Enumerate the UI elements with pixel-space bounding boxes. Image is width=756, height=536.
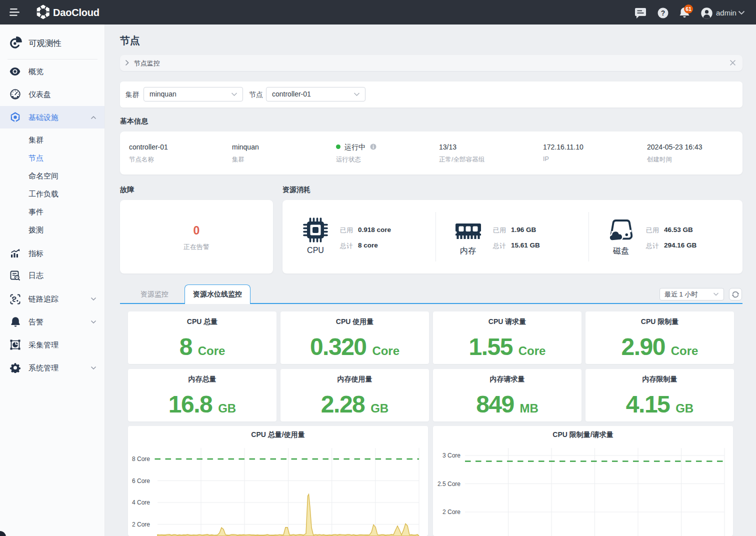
svg-text:6 Core: 6 Core: [132, 478, 150, 484]
svg-text:3 Core: 3 Core: [442, 452, 460, 459]
svg-text:4 Core: 4 Core: [132, 499, 150, 506]
svg-text:2.5 Core: 2.5 Core: [438, 480, 460, 488]
svg-text:2 Core: 2 Core: [442, 508, 460, 516]
svg-text:8 Core: 8 Core: [132, 456, 150, 462]
svg-text:2 Core: 2 Core: [132, 521, 150, 528]
svg-text:?: ?: [661, 9, 666, 17]
